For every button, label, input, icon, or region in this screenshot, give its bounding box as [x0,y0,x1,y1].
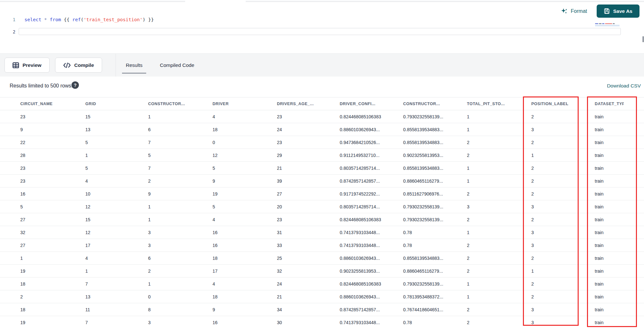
table-cell: 0.7413793103448... [340,226,403,239]
table-cell: 27 [277,187,340,200]
table-row: 231514230.8244680851063830.7930232558139… [0,110,644,123]
table-cell: 0.9023255813953... [340,265,403,277]
table-body: 231514230.8244680851063830.7930232558139… [0,110,644,328]
table-cell: 2 [148,175,213,187]
editor-scrollbar[interactable] [642,36,644,42]
table-cell: 2 [467,136,531,149]
table-cell: 3 [467,200,531,213]
table-cell: 0.8860103626943... [340,252,403,264]
table-cell: 39 [277,175,340,187]
table-row: 191217320.9023255813953...0.886046511627… [0,265,644,278]
table-cell: 0.8035714285714... [340,200,403,213]
sql-code-line[interactable]: select * from {{ ref('train_test_positio… [24,17,154,22]
table-cell: 4 [85,175,148,187]
table-cell: 6 [148,123,213,136]
save-as-label: Save As [613,8,632,14]
editor-cursor-line[interactable] [19,28,621,35]
table-cell: 6 [148,252,213,264]
table-cell: 0.9171974522292... [340,187,403,200]
table-cell: 32 [277,265,340,277]
minimap-segment [605,23,612,24]
table-cell: 9 [148,187,213,200]
table-cell: 0.78 [403,226,467,239]
table-cell: 8 [148,303,213,316]
table-cell: 18 [213,123,277,136]
table-cell: 9 [213,175,277,187]
table-cell: 1 [148,110,213,123]
sql-editor[interactable]: 1 select * from {{ ref('train_test_posit… [0,3,644,53]
table-cell: 2 [148,265,213,277]
table-cell: 0.8558139534883... [403,162,467,174]
row-limit-text: Results limited to 500 rows. [10,83,73,89]
table-cell: 15 [85,213,148,226]
table-cell: 0.9023255813953... [403,149,467,161]
table-cell: 24 [277,278,340,290]
table-cell: 23 [277,213,340,226]
column-header: DATASET_TYPE [595,97,624,110]
table-cell: train [595,239,624,251]
table-cell: 0.824468085106383 [340,110,403,123]
sql-token: from [50,17,64,22]
save-as-button[interactable]: Save As [597,5,639,18]
table-cell: 9 [213,303,277,316]
table-cell: 24 [277,123,340,136]
table-cell: 23 [20,162,85,174]
table-cell: 2 [531,110,595,123]
table-cell: 4 [213,278,277,290]
table-cell: 1 [467,110,531,123]
table-cell: 31 [277,226,340,239]
sql-token: }} [145,17,154,22]
table-row: 23429390.8742857142857...0.8860465116279… [0,175,644,187]
save-icon [604,8,610,14]
format-button[interactable]: Format [560,6,589,17]
table-cell: train [595,265,624,277]
results-info-bar: Results limited to 500 rows. ? Download … [0,77,644,97]
table-cell: 11 [85,303,148,316]
active-file-tab[interactable] [185,0,246,3]
table-cell: 0.7930232558139... [403,213,467,226]
table-cell: 0.7813953488372... [403,290,467,303]
compile-button[interactable]: Compile [55,58,102,73]
table-cell: 3 [531,123,595,136]
download-csv-link[interactable]: Download CSV [607,83,641,89]
column-header: CONSTRUCTOR... [148,97,213,110]
table-cell: 30 [277,316,340,328]
table-cell: 5 [85,162,148,174]
table-cell: 23 [20,110,85,123]
table-cell: 3 [531,239,595,251]
table-cell: 1 [467,162,531,174]
table-cell: 0.78 [403,239,467,251]
table-cell: 2 [531,278,595,290]
table-cell: 2 [531,187,595,200]
table-cell: 2 [531,290,595,303]
table-cell: 1 [467,123,531,136]
table-cell: 0.9473684210526... [340,136,403,149]
table-cell: 0 [148,290,213,303]
table-cell: 18 [20,303,85,316]
table-cell: 1 [467,175,531,187]
table-cell: 2 [467,265,531,277]
table-cell: train [595,149,624,161]
table-cell: 16 [213,226,277,239]
preview-button[interactable]: Preview [5,58,50,73]
tab-results[interactable]: Results [121,54,148,77]
line-number-2: 2 [0,29,15,34]
table-cell: 0.8558139534883... [403,136,467,149]
table-cell: train [595,123,624,136]
minimap-segment [602,23,604,24]
table-cell: 0.8035714285714... [340,162,403,174]
editor-minimap[interactable] [595,23,621,27]
table-cell: 12 [85,200,148,213]
table-row: 2717316330.7413793103448...0.7823train [0,239,644,252]
column-header: TOTAL_PIT_STO... [467,97,531,110]
table-cell: 3 [531,316,595,328]
tab-compiled-code[interactable]: Compiled Code [155,54,199,77]
results-table: CIRCUIT_NAMEGRIDCONSTRUCTOR...DRIVERDRIV… [0,97,644,328]
table-cell: 21 [277,290,340,303]
table-cell: 2 [467,149,531,161]
table-cell: 4 [213,110,277,123]
table-cell: 0.8860103626943... [340,290,403,303]
table-cell: train [595,252,624,264]
help-icon[interactable]: ? [71,81,79,89]
table-cell: train [595,136,624,149]
